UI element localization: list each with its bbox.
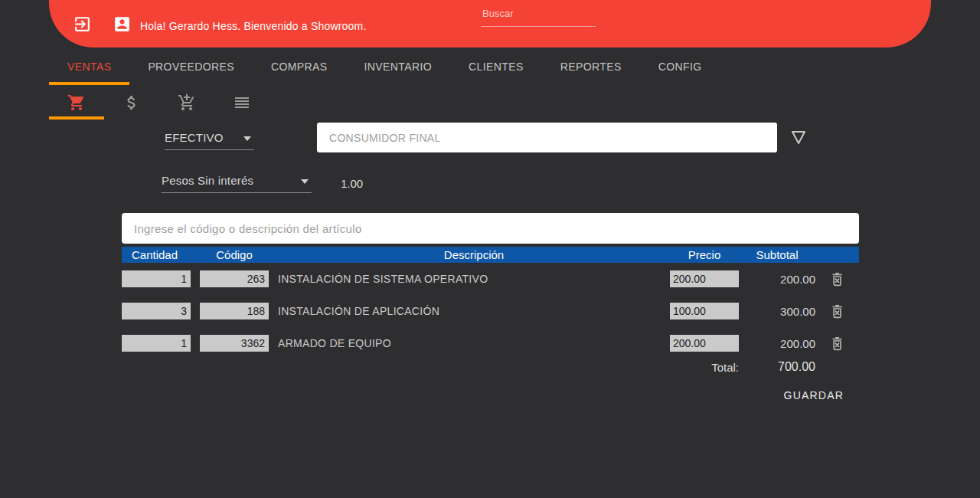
item-subtotal: 200.00 [739,273,815,286]
add-shopping-cart-icon [178,93,196,112]
save-button[interactable]: GUARDAR [782,386,845,405]
article-search-field [122,213,859,244]
caret-down-icon [301,179,309,184]
item-subtotal: 300.00 [739,305,815,318]
customer-input[interactable] [317,123,777,152]
attach-money-icon [122,93,141,112]
quantity-input[interactable] [122,303,191,319]
total-label: Total: [670,361,739,374]
total-value: 700.00 [739,360,815,374]
greeting-text: Hola! Gerardo Hess. Bienvenido a Showroo… [140,20,367,32]
search-input[interactable] [481,3,596,27]
subtab-payments[interactable] [104,85,159,120]
ventas-subtabs [49,85,270,120]
reorder-list-icon [233,93,251,112]
main-tabs: VENTAS PROVEEDORES COMPRAS INVENTARIO CL… [49,48,720,85]
article-search-input[interactable] [122,213,859,244]
tab-clientes[interactable]: CLIENTES [450,48,542,85]
installment-select[interactable]: Pesos Sin interés [162,170,312,193]
item-description: INSTALACIÓN DE APLICACIÓN [278,305,670,317]
col-header-subtotal: Subtotal [739,248,815,261]
subtab-add-sale[interactable] [159,85,214,120]
subtab-new-sale[interactable] [49,85,104,120]
total-row: Total: 700.00 [122,359,859,375]
table-header: Cantidad Código Descripción Precio Subto… [122,247,859,263]
quantity-input[interactable] [122,270,191,287]
caret-down-icon [243,136,251,141]
shopping-cart-icon [67,93,86,112]
tab-proveedores[interactable]: PROVEEDORES [129,48,253,85]
save-row: GUARDAR [122,386,859,405]
code-input[interactable] [200,303,269,319]
item-description: ARMADO DE EQUIPO [278,337,670,349]
payment-method-select[interactable]: EFECTIVO [165,127,254,150]
payment-method-value: EFECTIVO [165,127,254,149]
table-row: INSTALACIÓN DE SISTEMA OPERATIVO 200.00 [122,270,859,287]
code-input[interactable] [200,335,269,352]
quantity-input[interactable] [122,335,191,352]
top-bar: Hola! Gerardo Hess. Bienvenido a Showroo… [49,0,931,48]
col-header-cantidad: Cantidad [122,248,191,261]
tab-inventario[interactable]: INVENTARIO [346,48,451,85]
delete-item-icon[interactable] [815,303,859,319]
installment-value: Pesos Sin interés [162,170,312,192]
subtab-sales-list[interactable] [214,85,270,120]
delete-item-icon[interactable] [815,271,859,287]
account-box-icon[interactable] [113,15,132,34]
tab-reportes[interactable]: REPORTES [542,48,640,85]
price-input[interactable] [670,270,739,287]
tab-ventas[interactable]: VENTAS [49,48,129,85]
table-row: INSTALACIÓN DE APLICACIÓN 300.00 [122,303,859,319]
price-input[interactable] [670,303,739,319]
item-subtotal: 200.00 [739,337,815,350]
sale-items-table: Cantidad Código Descripción Precio Subto… [122,247,859,405]
col-header-codigo: Código [200,248,269,261]
delete-item-icon[interactable] [815,336,859,352]
item-description: INSTALACIÓN DE SISTEMA OPERATIVO [278,273,670,285]
search-field [481,3,596,27]
code-input[interactable] [200,270,269,287]
filter-icon[interactable] [789,129,808,147]
table-row: ARMADO DE EQUIPO 200.00 [122,335,859,352]
col-header-descripcion: Descripción [278,248,670,261]
logout-icon[interactable] [73,15,92,34]
tab-config[interactable]: CONFIG [640,48,720,85]
price-input[interactable] [670,335,739,352]
coefficient-value: 1.00 [341,177,363,190]
customer-field [317,123,777,152]
col-header-precio: Precio [670,248,739,261]
tab-compras[interactable]: COMPRAS [253,48,346,85]
